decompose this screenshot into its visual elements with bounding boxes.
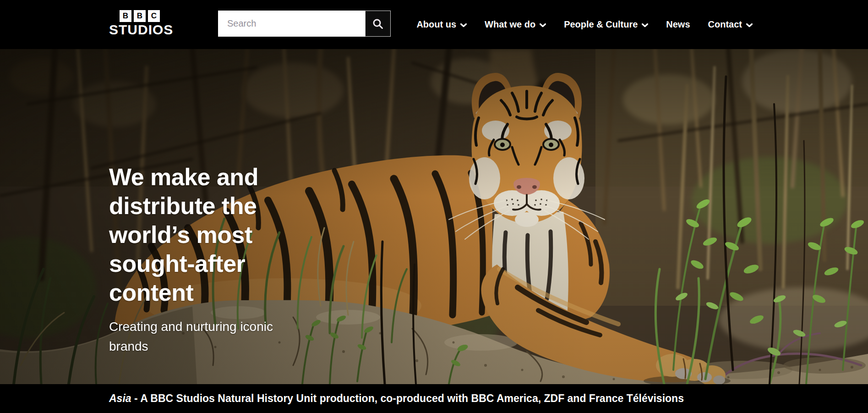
caption-line: Asia - A BBC Studios Natural History Uni…: [109, 392, 684, 405]
search-input[interactable]: [218, 11, 365, 37]
nav-item-people-culture[interactable]: People & Culture: [564, 19, 648, 30]
bbc-blocks: B B C: [109, 10, 170, 22]
nav-label: Contact: [708, 19, 742, 30]
chevron-down-icon: [540, 23, 546, 28]
main-nav: About us What we do People & Culture New…: [416, 0, 753, 49]
nav-label: What we do: [485, 19, 535, 30]
brand-wordmark: STUDIOS: [109, 22, 170, 37]
site-header: B B C STUDIOS About us What we do: [0, 0, 868, 49]
bbc-studios-logo[interactable]: B B C STUDIOS: [109, 10, 170, 37]
search-icon: [372, 18, 384, 30]
search-button[interactable]: [365, 11, 391, 37]
hero-subheading: Creating and nurturing iconic brands: [109, 317, 273, 356]
search-form: [218, 11, 391, 37]
programme-title: Asia: [109, 392, 131, 404]
nav-label: People & Culture: [564, 19, 638, 30]
hero-section: We make and distribute the world’s most …: [0, 49, 868, 384]
nav-item-contact[interactable]: Contact: [708, 19, 753, 30]
chevron-down-icon: [746, 23, 753, 28]
nav-item-news[interactable]: News: [666, 19, 690, 30]
image-caption-bar: Asia - A BBC Studios Natural History Uni…: [0, 384, 868, 413]
nav-item-what-we-do[interactable]: What we do: [485, 19, 546, 30]
nav-label: News: [666, 19, 690, 30]
chevron-down-icon: [460, 23, 467, 28]
chevron-down-icon: [642, 23, 648, 28]
bbc-block-b2: B: [134, 10, 146, 22]
hero-copy: We make and distribute the world’s most …: [109, 163, 273, 356]
nav-label: About us: [416, 19, 456, 30]
nav-item-about-us[interactable]: About us: [416, 19, 467, 30]
bbc-block-b1: B: [120, 10, 131, 22]
bbc-block-c: C: [148, 10, 160, 22]
caption-credit: - A BBC Studios Natural History Unit pro…: [131, 392, 684, 404]
hero-heading: We make and distribute the world’s most …: [109, 163, 273, 307]
